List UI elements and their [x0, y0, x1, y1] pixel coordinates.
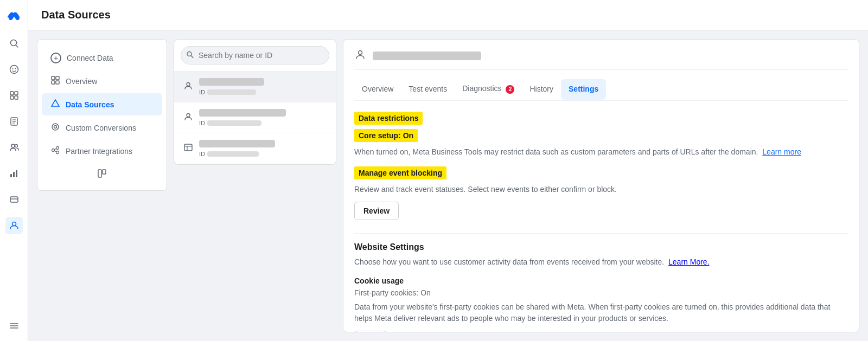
doc-sidebar-icon[interactable]	[5, 113, 23, 130]
svg-point-31	[52, 124, 59, 130]
svg-rect-17	[10, 174, 12, 177]
tab-test-events[interactable]: Test events	[401, 79, 455, 100]
svg-rect-7	[10, 92, 14, 95]
hamburger-sidebar-icon[interactable]	[5, 317, 23, 334]
detail-header-name	[373, 52, 481, 60]
review-button[interactable]: Review	[354, 202, 399, 220]
diagnostics-badge: 2	[506, 85, 514, 94]
main-content: Data Sources + Connect Data Overview	[28, 0, 868, 341]
data-sources-icon	[50, 99, 60, 110]
website-settings-description: Choose how you want to use customer acti…	[354, 256, 848, 268]
custom-conversions-icon	[50, 122, 60, 133]
svg-point-33	[52, 149, 55, 152]
detail-panel: Overview Test events Diagnostics 2 Histo…	[343, 39, 859, 332]
list-item-name-3	[199, 140, 275, 147]
list-item-name-1	[199, 78, 264, 86]
list-item[interactable]: ID	[174, 102, 336, 133]
tab-overview[interactable]: Overview	[354, 79, 401, 100]
svg-rect-20	[10, 197, 18, 202]
sidebar-item-custom-conversions[interactable]: Custom Conversions	[42, 117, 162, 139]
svg-point-32	[54, 126, 57, 128]
list-item[interactable]: ID	[174, 133, 336, 164]
svg-rect-27	[56, 76, 59, 80]
svg-rect-18	[13, 172, 15, 177]
cookie-description: Data from your website's first-party coo…	[354, 301, 848, 324]
edit-button[interactable]: Edit	[354, 331, 387, 333]
tabs-bar: Overview Test events Diagnostics 2 Histo…	[354, 79, 848, 101]
svg-rect-29	[56, 81, 59, 84]
svg-point-35	[56, 151, 59, 154]
manage-event-blocking-title: Manage event blocking	[354, 166, 446, 179]
svg-point-42	[187, 83, 190, 86]
svg-line-36	[54, 149, 56, 150]
svg-point-47	[359, 51, 362, 55]
svg-line-3	[16, 45, 18, 47]
detail-header	[354, 48, 848, 70]
svg-rect-26	[52, 76, 55, 80]
list-item-id-value-2	[207, 120, 261, 126]
core-setup-description: When turned on, Meta Business Tools may …	[354, 146, 848, 158]
connect-data-icon: +	[50, 53, 61, 63]
core-setup-learn-more[interactable]: Learn more	[762, 147, 801, 156]
svg-point-16	[15, 145, 17, 147]
data-restrictions-section: Data restrictions Core setup: On When tu…	[354, 112, 848, 220]
sidebar-item-data-sources[interactable]: Data Sources	[42, 93, 162, 115]
grid-sidebar-icon[interactable]	[5, 87, 23, 104]
website-settings-title: Website Settings	[354, 242, 848, 252]
list-item-name-2	[199, 109, 286, 117]
sidebar-item-overview[interactable]: Overview	[42, 70, 162, 92]
list-item-person-icon-2	[183, 112, 194, 124]
svg-rect-38	[98, 170, 101, 177]
svg-rect-8	[15, 92, 18, 95]
svg-rect-19	[16, 170, 17, 177]
data-sources-label: Data Sources	[66, 100, 114, 109]
svg-point-1	[9, 16, 11, 20]
list-item-content-3: ID	[199, 140, 327, 157]
panels-container: + Connect Data Overview Data Sources	[28, 30, 868, 341]
sidebar-item-partner-integrations[interactable]: Partner Integrations	[42, 140, 162, 162]
svg-point-22	[12, 222, 16, 226]
manage-event-blocking-section: Manage event blocking Review and track e…	[354, 166, 848, 220]
svg-rect-10	[15, 96, 18, 99]
svg-rect-9	[10, 96, 14, 99]
svg-marker-30	[52, 100, 59, 106]
svg-point-5	[12, 68, 13, 69]
website-settings-learn-more[interactable]: Learn More.	[668, 258, 709, 266]
tab-settings[interactable]: Settings	[561, 79, 606, 100]
svg-rect-28	[52, 81, 55, 84]
custom-conversions-label: Custom Conversions	[66, 124, 136, 132]
list-item-id-label-3: ID	[199, 151, 205, 157]
svg-point-15	[11, 144, 15, 147]
website-settings-section: Website Settings Choose how you want to …	[354, 233, 848, 333]
partner-integrations-label: Partner Integrations	[66, 147, 132, 156]
chart-sidebar-icon[interactable]	[5, 165, 23, 182]
cookie-label: Cookie usage	[354, 276, 848, 285]
tab-history[interactable]: History	[522, 79, 561, 100]
page-header: Data Sources	[28, 0, 868, 30]
svg-point-34	[56, 147, 59, 150]
core-setup-title: Core setup: On	[354, 129, 418, 142]
people-sidebar-icon[interactable]	[5, 139, 23, 156]
svg-line-37	[54, 151, 56, 152]
face-sidebar-icon[interactable]	[5, 61, 23, 78]
meta-logo[interactable]	[5, 7, 23, 24]
search-icon	[186, 51, 194, 60]
overview-label: Overview	[66, 77, 97, 86]
list-item-id-label-1: ID	[199, 89, 205, 95]
partner-integrations-icon	[50, 145, 60, 157]
cookie-section: Cookie usage First-party cookies: On Dat…	[354, 276, 848, 333]
search-input[interactable]	[181, 46, 329, 65]
list-item[interactable]: ID	[174, 72, 336, 102]
connect-data-item[interactable]: + Connect Data	[42, 47, 162, 69]
card-sidebar-icon[interactable]	[5, 191, 23, 208]
tab-diagnostics[interactable]: Diagnostics 2	[455, 79, 522, 100]
svg-point-43	[187, 114, 190, 117]
svg-line-41	[191, 56, 193, 58]
svg-rect-39	[103, 170, 106, 174]
nav-bottom-icon[interactable]	[37, 163, 167, 184]
list-item-content-2: ID	[199, 109, 327, 126]
svg-point-4	[10, 66, 18, 74]
datasource-sidebar-icon[interactable]	[5, 217, 23, 234]
search-sidebar-icon[interactable]	[5, 35, 23, 52]
left-nav-panel: + Connect Data Overview Data Sources	[37, 39, 167, 191]
